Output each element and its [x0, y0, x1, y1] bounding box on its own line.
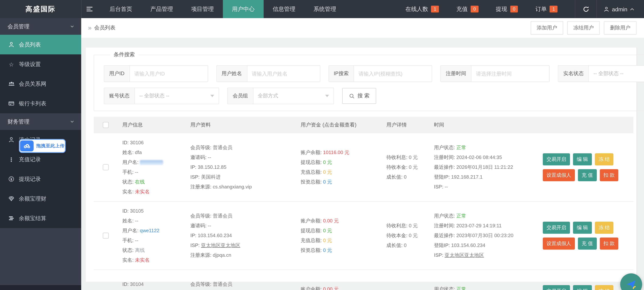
- withdraw-counter[interactable]: 提现 0: [496, 6, 518, 13]
- action-button-交易开启[interactable]: 交易开启: [543, 153, 570, 166]
- sidebar-item-会员关系网[interactable]: 会员关系网: [0, 74, 81, 94]
- field-interest: 待收利息: 0 元: [386, 289, 430, 290]
- action-button-冻结[interactable]: 冻 结: [595, 222, 614, 234]
- reg-time-input[interactable]: [472, 66, 550, 82]
- action-button-扣款[interactable]: 扣 款: [600, 169, 618, 181]
- realname-status-value: -- 全部状态 --: [594, 70, 624, 77]
- user-menu[interactable]: admin: [597, 6, 644, 12]
- action-button-冻结[interactable]: 冻 结: [595, 153, 614, 166]
- field-invite: 邀请码: --: [190, 152, 297, 162]
- sidebar-item-等级设置[interactable]: ☆等级设置: [0, 54, 81, 74]
- field-growth: 成长值: 0: [386, 240, 430, 250]
- row-checkbox-cell: [94, 133, 122, 201]
- action-button-设置成假人[interactable]: 设置成假人: [543, 238, 575, 250]
- action-button-扣款[interactable]: 扣 款: [600, 238, 618, 250]
- nav-item-info[interactable]: 信息管理: [264, 0, 304, 18]
- action-button-交易开启[interactable]: 交易开启: [543, 222, 570, 234]
- field-label: 待收本金:: [386, 232, 409, 238]
- user-name-input[interactable]: [247, 66, 320, 82]
- field-value[interactable]: 0 元: [323, 169, 332, 175]
- add-user-button[interactable]: 添加用户: [531, 21, 563, 35]
- field-value: 30104: [130, 281, 144, 287]
- search-button[interactable]: 搜 索: [342, 88, 376, 104]
- sidebar-item-余额宝理财[interactable]: 余额宝理财: [0, 189, 81, 208]
- field-value[interactable]: qwe1122: [140, 228, 160, 233]
- field-source: 注册来源: cs.shangxiang.vip: [190, 182, 297, 192]
- field-label: 最近操作:: [434, 164, 456, 170]
- sidebar-item-提现记录[interactable]: 提现记录: [0, 169, 81, 189]
- action-button-编辑[interactable]: 编 辑: [573, 222, 592, 234]
- ip-search-input[interactable]: [354, 66, 432, 82]
- delete-user-button[interactable]: 删除用户: [604, 21, 636, 35]
- table-row: ID: 30105姓名: --用户名: qwe1122手机: --状态: 离线实…: [94, 202, 634, 270]
- row-checkbox[interactable]: [103, 164, 109, 170]
- actions-row-1: 交易开启编 辑冻 结: [543, 153, 634, 166]
- topbar: 高盛国际 后台首页 产品管理 项目管理 用户中心 信息管理 系统管理 在线人数 …: [0, 0, 644, 18]
- field-value: 未实名: [135, 257, 150, 263]
- field-value[interactable]: 0 元: [323, 228, 332, 233]
- action-button-冻结[interactable]: 冻 结: [595, 285, 614, 290]
- withdraw-counter-badge: 0: [510, 6, 518, 12]
- action-button-编辑[interactable]: 编 辑: [573, 153, 592, 166]
- app-viewport: 高盛国际 后台首页 产品管理 项目管理 用户中心 信息管理 系统管理 在线人数 …: [0, 0, 644, 290]
- recharge-counter-label: 充值: [456, 6, 468, 13]
- sidebar-item-label: 财务管理: [8, 118, 30, 125]
- online-counter-badge: 1: [431, 6, 439, 12]
- sidebar-group-会员管理[interactable]: 会员管理: [0, 18, 81, 35]
- field-value: 30105: [130, 208, 144, 214]
- field-label: 会员等级:: [190, 144, 213, 150]
- sidebar-item-会员列表[interactable]: 会员列表: [0, 35, 81, 54]
- field-balance: 账户余额: 0.00 元: [301, 284, 382, 290]
- refresh-icon[interactable]: [575, 6, 596, 12]
- field-label: 邀请码:: [190, 223, 208, 228]
- sidebar-item-银行卡列表[interactable]: 银行卡列表: [0, 94, 81, 113]
- action-button-编辑[interactable]: 编 辑: [573, 285, 592, 290]
- recharge-counter[interactable]: 充值 0: [456, 6, 478, 13]
- nav-item-dashboard[interactable]: 后台首页: [100, 0, 141, 18]
- nav-item-products[interactable]: 产品管理: [141, 0, 182, 18]
- field-value: 未实名: [135, 189, 150, 194]
- menu-toggle-icon[interactable]: [82, 0, 98, 18]
- field-reg: 注册时间: 2024-02-06 08:44:35: [434, 152, 539, 162]
- nav-item-system[interactable]: 系统管理: [304, 0, 345, 18]
- field-value[interactable]: 0.00 元: [323, 286, 339, 290]
- withdraw-counter-label: 提现: [496, 6, 507, 13]
- action-button-充值[interactable]: 充 值: [578, 169, 596, 181]
- page-actions: 添加用户 冻结用户 删除用户: [531, 21, 636, 35]
- field-value[interactable]: 0.00 元: [323, 218, 339, 224]
- nav-item-user-center[interactable]: 用户中心: [223, 0, 264, 18]
- actions-row-2: 设置成假人充 值扣 款: [543, 238, 634, 250]
- field-last: 最近操作: 2026年01月18日 11:21:22: [434, 162, 539, 172]
- member-group-select[interactable]: 全部方式: [253, 88, 333, 104]
- action-button-充值[interactable]: 充 值: [578, 238, 596, 250]
- field-value[interactable]: 0 元: [323, 247, 332, 253]
- field-principal: 待收本金: 0 元: [386, 231, 430, 240]
- nav-item-projects[interactable]: 项目管理: [182, 0, 223, 18]
- realname-status-select[interactable]: -- 全部状态 --: [589, 66, 644, 82]
- field-label: 登陆IP:: [434, 174, 451, 180]
- account-status-select[interactable]: -- 全部状态 --: [135, 88, 219, 104]
- row-checkbox[interactable]: [103, 232, 109, 239]
- sidebar-item-label: 会员关系网: [19, 80, 46, 88]
- field-login_ip: 登陆IP: 103.154.60.234: [434, 240, 539, 250]
- online-counter[interactable]: 在线人数 1: [406, 6, 439, 13]
- freeze-user-button[interactable]: 冻结用户: [567, 21, 600, 35]
- field-value[interactable]: 0 元: [323, 238, 332, 243]
- action-button-设置成假人[interactable]: 设置成假人: [543, 169, 575, 181]
- sidebar-item-余额宝结算[interactable]: 余额宝结算: [0, 208, 81, 228]
- user-id-input[interactable]: [130, 66, 208, 82]
- sidebar-group-财务管理[interactable]: 财务管理: [0, 113, 81, 130]
- field-label: 投资总额:: [301, 179, 323, 185]
- table-header: 用户信息 用户资料 用户资金 (点击金额查看) 用户详情 时间: [94, 117, 634, 133]
- field-login_ip: 登陆IP: 192.168.217.1: [434, 172, 539, 182]
- field-value[interactable]: 10116.00 元: [323, 150, 350, 155]
- row-actions-cell: 交易开启编 辑冻 结设置成假人充 值扣 款: [543, 202, 634, 270]
- select-all-checkbox[interactable]: [103, 122, 109, 128]
- order-counter[interactable]: 订单 1: [536, 6, 558, 13]
- field-value[interactable]: 0 元: [323, 179, 332, 185]
- field-isp: ISP: 亚太地区亚太地区: [190, 240, 297, 250]
- field-value[interactable]: 0 元: [323, 159, 332, 165]
- action-button-交易开启[interactable]: 交易开启: [543, 285, 570, 290]
- star-icon: ☆: [8, 61, 15, 67]
- user-funds-cell: 账户余额: 0.00 元提现总额: 0 元充值总额: 0 元: [301, 270, 386, 290]
